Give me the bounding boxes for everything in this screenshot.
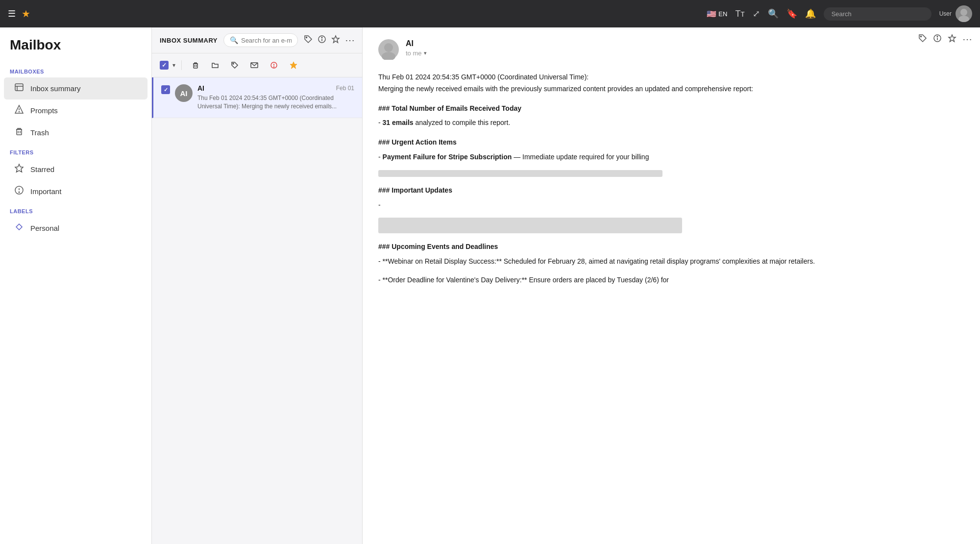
trash-icon: [14, 126, 24, 139]
fullscreen-icon[interactable]: ⤢: [753, 8, 760, 19]
detail-section3-title: ### Important Updates: [378, 185, 964, 197]
sidebar-item-inbox-summary[interactable]: Inbox summary: [4, 77, 147, 99]
svg-point-21: [233, 63, 234, 64]
detail-star-icon[interactable]: [948, 34, 956, 45]
email-item[interactable]: AI AI Feb 01 Thu Feb 01 2024 20:54:35 GM…: [152, 77, 362, 118]
email-sender-name: AI: [197, 84, 204, 92]
important-icon: [14, 185, 24, 198]
svg-marker-31: [949, 35, 956, 42]
svg-rect-6: [17, 129, 22, 135]
detail-section4-item2: - **Order Deadline for Valentine's Day D…: [378, 274, 964, 286]
user-avatar[interactable]: [956, 5, 972, 22]
sidebar-item-starred[interactable]: Starred: [4, 158, 147, 180]
toolbar-separator-1: [181, 60, 182, 70]
labels-section-label: LABELS: [0, 202, 151, 217]
sidebar-item-personal[interactable]: Personal: [4, 217, 147, 239]
filters-section-label: FILTERS: [0, 144, 151, 158]
star-header-icon[interactable]: [331, 35, 340, 46]
inbox-summary-icon: [14, 82, 24, 95]
email-toolbar: ▾: [152, 53, 362, 77]
flag-icon: 🇺🇸: [707, 9, 716, 19]
language-selector[interactable]: 🇺🇸 EN: [707, 9, 727, 19]
detail-more-icon[interactable]: ⋯: [962, 33, 972, 45]
sidebar-item-label-personal: Personal: [30, 224, 138, 232]
tag-header-icon[interactable]: [304, 35, 313, 46]
sidebar: Mailbox MAILBOXES Inbox summary Prom: [0, 27, 152, 544]
email-search-icon: 🔍: [230, 36, 238, 44]
detail-section4-title: ### Upcoming Events and Deadlines: [378, 241, 964, 253]
sidebar-item-label-starred: Starred: [30, 165, 138, 173]
svg-marker-9: [15, 164, 23, 172]
main-layout: Mailbox MAILBOXES Inbox summary Prom: [0, 27, 980, 544]
detail-section2-content: - Payment Failure for Stripe Subscriptio…: [378, 151, 964, 163]
prompts-icon: [14, 104, 24, 117]
language-label: EN: [718, 10, 727, 18]
svg-point-33: [382, 52, 395, 60]
sidebar-item-trash[interactable]: Trash: [4, 122, 147, 144]
notification-icon[interactable]: 🔔: [805, 8, 816, 19]
mail-toolbar-button[interactable]: [246, 57, 262, 73]
svg-point-1: [958, 16, 969, 22]
star-filter-icon: [14, 163, 24, 175]
email-sender-avatar: AI: [175, 84, 193, 102]
detail-section1-content: - 31 emails analyzed to compile this rep…: [378, 117, 964, 129]
font-size-icon[interactable]: Tт: [735, 9, 744, 19]
select-all-checkbox[interactable]: [160, 61, 169, 70]
sidebar-item-label-inbox: Inbox summary: [30, 84, 138, 93]
alert-toolbar-button[interactable]: [266, 57, 282, 73]
svg-point-13: [306, 37, 307, 38]
detail-section2-title: ### Urgent Action Items: [378, 137, 964, 148]
detail-sender-name: AI: [406, 39, 964, 48]
panel-header: INBOX SUMMARY 🔍: [152, 27, 362, 53]
detail-to-label: to me: [406, 49, 422, 57]
email-item-checkbox[interactable]: [161, 85, 170, 94]
detail-to-row: to me ▾: [406, 49, 964, 57]
svg-point-5: [19, 112, 20, 112]
personal-label-icon: [14, 222, 24, 234]
svg-marker-17: [332, 36, 339, 43]
detail-sender-avatar: [378, 39, 399, 60]
sidebar-item-label-prompts: Prompts: [30, 106, 138, 115]
user-area: User: [939, 5, 972, 22]
star-toolbar-button[interactable]: [286, 57, 301, 73]
email-search-wrap[interactable]: 🔍: [223, 33, 298, 47]
dropdown-arrow[interactable]: ▾: [172, 62, 175, 69]
bookmark-icon[interactable]: 🔖: [786, 8, 797, 19]
delete-toolbar-button[interactable]: [188, 57, 203, 73]
panel-header-right: ⋯: [304, 34, 354, 46]
detail-tag-icon[interactable]: [918, 34, 927, 45]
topbar-left: ☰ ★: [8, 8, 30, 20]
sidebar-item-important[interactable]: Important: [4, 180, 147, 202]
email-search-input[interactable]: [241, 37, 292, 44]
svg-point-0: [960, 9, 967, 16]
more-header-icon[interactable]: ⋯: [345, 34, 354, 46]
email-preview: Thu Feb 01 2024 20:54:35 GMT+0000 (Coord…: [197, 94, 354, 111]
info-header-icon[interactable]: [318, 35, 326, 46]
sidebar-item-label-important: Important: [30, 187, 138, 196]
topbar-star-icon[interactable]: ★: [22, 8, 30, 20]
email-item-content: AI Feb 01 Thu Feb 01 2024 20:54:35 GMT+0…: [197, 84, 354, 111]
detail-to-chevron[interactable]: ▾: [424, 50, 427, 56]
detail-top-actions: ⋯: [918, 33, 972, 45]
panel-title: INBOX SUMMARY: [160, 37, 218, 44]
svg-rect-2: [15, 84, 23, 91]
hamburger-icon[interactable]: ☰: [8, 8, 16, 19]
folder-toolbar-button[interactable]: [207, 57, 223, 73]
detail-sender-info: AI to me ▾: [406, 39, 964, 57]
sidebar-item-label-trash: Trash: [30, 128, 138, 137]
sidebar-title: Mailbox: [0, 37, 151, 63]
mailboxes-section-label: MAILBOXES: [0, 63, 151, 77]
top-search-bar[interactable]: Search: [824, 7, 931, 21]
detail-info-icon[interactable]: [933, 34, 942, 45]
topbar-right: 🇺🇸 EN Tт ⤢ 🔍 🔖 🔔 Search User: [707, 5, 972, 22]
sidebar-item-prompts[interactable]: Prompts: [4, 99, 147, 122]
svg-point-25: [273, 67, 274, 67]
search-icon[interactable]: 🔍: [768, 8, 779, 19]
top-search-placeholder: Search: [832, 10, 852, 18]
detail-timestamp: Thu Feb 01 2024 20:54:35 GMT+0000 (Coord…: [378, 72, 964, 95]
detail-section1-title: ### Total Number of Emails Received Toda…: [378, 103, 964, 115]
tag-toolbar-button[interactable]: [227, 57, 243, 73]
svg-point-12: [19, 192, 20, 193]
svg-point-16: [321, 37, 322, 38]
email-list-panel: INBOX SUMMARY 🔍: [152, 27, 363, 544]
